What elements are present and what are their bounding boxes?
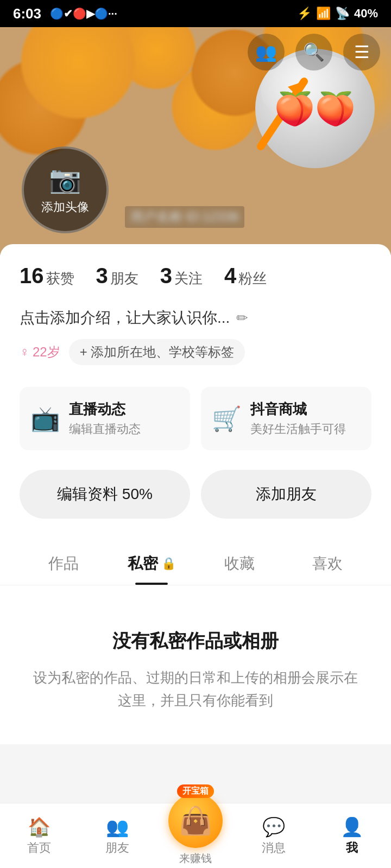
add-tags-button[interactable]: + 添加所在地、学校等标签 <box>69 339 245 365</box>
nav-earn-money[interactable]: 开宝箱 👜 来赚钱 <box>156 784 235 866</box>
header-banner: 🍑🍑 👥 🔍 ☰ 📷 添加头像 用户名称 ID:12336 <box>0 27 391 255</box>
stat-likes[interactable]: 16 获赞 <box>20 264 74 288</box>
signal-icon: 📡 <box>335 7 350 21</box>
following-number: 3 <box>160 264 172 288</box>
tab-works[interactable]: 作品 <box>20 540 108 585</box>
time-display: 6:03 <box>13 5 41 22</box>
camera-icon: 📷 <box>49 164 81 195</box>
message-icon: 💬 <box>262 816 285 838</box>
nav-me[interactable]: 👤 我 <box>313 816 391 856</box>
status-right: ⚡ 📶 📡 40% <box>297 7 378 21</box>
add-friend-button[interactable]: 添加朋友 <box>201 470 371 519</box>
tab-private[interactable]: 私密 🔒 <box>108 540 195 585</box>
earn-money-label: 来赚钱 <box>179 851 212 866</box>
header-icons: 👥 🔍 ☰ <box>248 34 380 71</box>
menu-button[interactable]: ☰ <box>343 34 380 71</box>
add-tags-label: + 添加所在地、学校等标签 <box>80 343 235 361</box>
bluetooth-icon: ⚡ <box>297 7 312 21</box>
stat-followers[interactable]: 4 粉丝 <box>224 264 267 288</box>
nav-home[interactable]: 🏠 首页 <box>0 816 78 856</box>
avatar-circle[interactable]: 📷 添加头像 <box>22 146 109 233</box>
avatar-area[interactable]: 📷 添加头像 <box>22 146 109 233</box>
shop-subtitle: 美好生活触手可得 <box>250 421 346 437</box>
friends-label: 朋友 <box>110 269 138 288</box>
empty-state: 没有私密作品或相册 设为私密的作品、过期的日常和上传的相册会展示在这里，并且只有… <box>0 585 391 744</box>
hamburger-icon: ☰ <box>354 42 370 62</box>
tabs-row: 作品 私密 🔒 收藏 喜欢 <box>0 540 391 585</box>
search-icon: 🔍 <box>303 42 325 62</box>
empty-title: 没有私密作品或相册 <box>33 629 358 654</box>
edit-bio-icon[interactable]: ✏ <box>236 310 248 327</box>
status-bar: 6:03 🔵✔🔴▶🔵··· ⚡ 📶 📡 40% <box>0 0 391 27</box>
feature-cards: 📺 直播动态 编辑直播动态 🛒 抖音商城 美好生活触手可得 <box>20 387 371 450</box>
tab-collection[interactable]: 收藏 <box>195 540 283 585</box>
nav-messages[interactable]: 💬 消息 <box>235 816 313 856</box>
battery-display: 40% <box>354 7 378 21</box>
live-subtitle: 编辑直播动态 <box>69 421 141 437</box>
friends-icon: 👥 <box>255 42 277 62</box>
messages-label: 消息 <box>262 840 286 856</box>
banner-username: 用户名称 ID:12336 <box>125 206 244 228</box>
money-bag-icon: 👜 <box>168 794 223 848</box>
wifi-icon: 📶 <box>316 7 331 21</box>
gender-tag: ♀ 22岁 <box>20 343 60 361</box>
shop-info: 抖音商城 美好生活触手可得 <box>250 400 346 437</box>
live-info: 直播动态 编辑直播动态 <box>69 400 141 437</box>
bottom-nav: 🏠 首页 👥 朋友 开宝箱 👜 来赚钱 💬 消息 👤 我 <box>0 803 391 868</box>
following-label: 关注 <box>174 269 203 288</box>
me-label: 我 <box>346 840 358 856</box>
bio-text: 点击添加介绍，让大家认识你... <box>20 308 230 328</box>
followers-label: 粉丝 <box>238 269 267 288</box>
live-title: 直播动态 <box>69 400 141 419</box>
friends-nav-icon: 👥 <box>106 816 129 838</box>
shop-feature-card[interactable]: 🛒 抖音商城 美好生活触手可得 <box>201 387 371 450</box>
likes-label: 获赞 <box>46 269 74 288</box>
stat-friends[interactable]: 3 朋友 <box>96 264 138 288</box>
empty-desc: 设为私密的作品、过期的日常和上传的相册会展示在这里，并且只有你能看到 <box>33 667 358 712</box>
live-icon: 📺 <box>30 405 60 433</box>
search-button[interactable]: 🔍 <box>295 34 332 71</box>
followers-number: 4 <box>224 264 236 288</box>
shop-icon: 🛒 <box>212 405 242 433</box>
stats-row: 16 获赞 3 朋友 3 关注 4 粉丝 <box>20 264 371 288</box>
home-icon: 🏠 <box>28 816 51 838</box>
action-buttons: 编辑资料 50% 添加朋友 <box>20 470 371 519</box>
edit-profile-button[interactable]: 编辑资料 50% <box>20 470 190 519</box>
live-feature-card[interactable]: 📺 直播动态 编辑直播动态 <box>20 387 190 450</box>
tags-row: ♀ 22岁 + 添加所在地、学校等标签 <box>20 339 371 365</box>
friends-button[interactable]: 👥 <box>248 34 285 71</box>
stat-following[interactable]: 3 关注 <box>160 264 203 288</box>
home-label: 首页 <box>27 840 51 856</box>
age-label: 22岁 <box>33 343 60 361</box>
friends-nav-label: 朋友 <box>105 840 129 856</box>
friends-number: 3 <box>96 264 108 288</box>
tab-likes[interactable]: 喜欢 <box>283 540 371 585</box>
bio-row[interactable]: 点击添加介绍，让大家认识你... ✏ <box>20 308 371 328</box>
status-time: 6:03 🔵✔🔴▶🔵··· <box>13 5 117 22</box>
profile-content: 16 获赞 3 朋友 3 关注 4 粉丝 点击添加介绍，让大家认识你... ✏ … <box>0 244 391 585</box>
gender-icon: ♀ <box>20 344 29 360</box>
open-box-badge: 开宝箱 <box>177 784 214 798</box>
shop-title: 抖音商城 <box>250 400 346 419</box>
likes-number: 16 <box>20 264 44 288</box>
nav-friends[interactable]: 👥 朋友 <box>78 816 156 856</box>
avatar-label: 添加头像 <box>41 199 89 215</box>
me-icon: 👤 <box>340 816 363 838</box>
lock-icon: 🔒 <box>161 557 176 571</box>
